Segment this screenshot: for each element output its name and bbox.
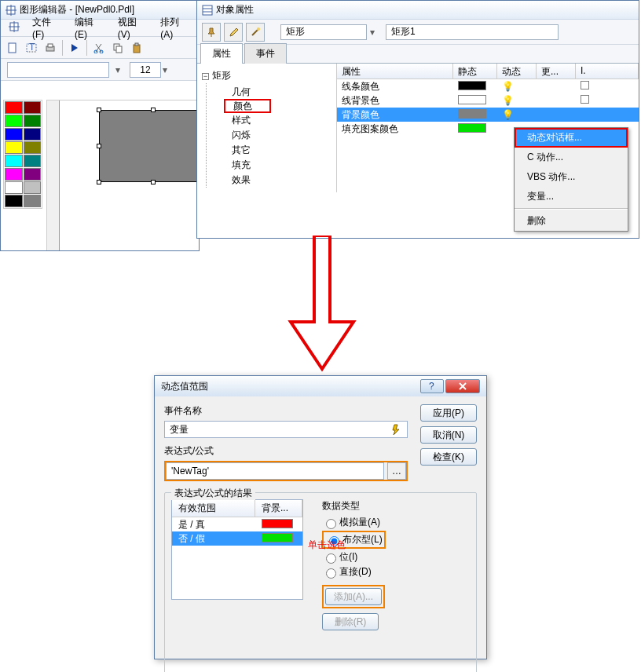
result-row-false[interactable]: 否 / 假 (172, 531, 302, 546)
resize-handle-w[interactable] (97, 144, 101, 148)
color-chip[interactable] (458, 95, 486, 104)
help-button[interactable]: ? (420, 379, 444, 393)
svg-rect-19 (135, 43, 138, 46)
swatch-black[interactable] (5, 195, 23, 207)
menu-edit[interactable]: 编辑(E) (70, 14, 110, 42)
dropper-icon[interactable] (224, 23, 243, 42)
collapse-icon[interactable]: − (202, 73, 209, 80)
col-static[interactable]: 静态 (453, 64, 497, 79)
event-name-field[interactable]: 变量 (164, 421, 408, 438)
ctx-delete[interactable]: 删除 (515, 211, 628, 231)
lightbulb-icon[interactable]: 💡 (502, 81, 514, 92)
swatch-gray[interactable] (24, 195, 42, 207)
menu-view[interactable]: 视图(V) (113, 14, 153, 42)
pin-icon[interactable] (202, 23, 221, 42)
font-combo[interactable] (7, 62, 109, 78)
object-type-field[interactable]: 矩形 (280, 24, 367, 40)
tree-item-style[interactable]: 样式 (207, 113, 331, 128)
play-icon[interactable] (66, 39, 83, 57)
cut-icon[interactable] (90, 39, 108, 57)
result-table[interactable]: 有效范围 背景... 是 / 真 否 / 假 (171, 499, 303, 600)
result-row-true[interactable]: 是 / 真 (172, 517, 302, 531)
add-button[interactable]: 添加(A)... (325, 588, 382, 605)
delete-button[interactable]: 删除(R) (322, 613, 379, 630)
col-valid-range[interactable]: 有效范围 (172, 500, 255, 517)
resize-handle-sw[interactable] (97, 180, 101, 184)
swatch-maroon[interactable] (24, 101, 42, 114)
radio-bit[interactable]: 位(I) (322, 550, 470, 564)
swatch-yellow[interactable] (5, 141, 23, 154)
cancel-button[interactable]: 取消(N) (420, 426, 477, 444)
resize-handle-s[interactable] (151, 180, 156, 184)
expression-field[interactable]: 'NewTag' (166, 462, 384, 480)
tab-properties[interactable]: 属性 (200, 43, 243, 64)
color-palette[interactable] (3, 100, 42, 209)
menu-arrange[interactable]: 排列(A) (156, 14, 196, 42)
col-bgcolor[interactable]: 背景... (255, 500, 302, 517)
swatch-cyan[interactable] (5, 155, 23, 167)
app-menu-icon[interactable] (4, 20, 24, 36)
swatch-navy[interactable] (24, 128, 42, 141)
copy-icon[interactable] (109, 39, 126, 57)
new-doc-icon[interactable] (4, 39, 21, 57)
resize-handle-n[interactable] (151, 108, 156, 112)
lightbulb-icon[interactable]: 💡 (502, 109, 514, 120)
object-name-field[interactable]: 矩形1 (386, 24, 559, 40)
editor-menubar[interactable]: 文件(F) 编辑(E) 视图(V) 排列(A) (1, 20, 199, 37)
color-chip[interactable] (458, 109, 486, 119)
swatch-magenta[interactable] (5, 168, 23, 181)
swatch-red[interactable] (5, 101, 23, 114)
checkbox-icon[interactable] (581, 95, 589, 104)
swatch-lime[interactable] (5, 115, 23, 127)
swatch-olive[interactable] (24, 141, 42, 154)
menu-file[interactable]: 文件(F) (27, 14, 67, 42)
print-icon[interactable] (42, 39, 59, 57)
table-row[interactable]: 线背景色 💡 (337, 93, 639, 108)
checkbox-icon[interactable] (581, 81, 589, 89)
check-button[interactable]: 检查(K) (420, 448, 477, 466)
tab-events[interactable]: 事件 (244, 43, 287, 64)
ctx-variable[interactable]: 变量... (515, 187, 628, 206)
tree-item-fill[interactable]: 填充 (207, 158, 331, 173)
radio-analog[interactable]: 模拟量(A) (322, 516, 470, 529)
font-size-combo[interactable]: 12 (130, 62, 161, 78)
swatch-white[interactable] (5, 181, 23, 194)
tree-item-color[interactable]: 颜色 (224, 99, 271, 113)
paste-icon[interactable] (128, 39, 145, 57)
tree-item-other[interactable]: 其它 (207, 143, 331, 158)
swatch-teal[interactable] (24, 155, 42, 167)
color-chip[interactable] (458, 123, 486, 133)
textbox-icon[interactable]: T (23, 39, 40, 57)
col-attribute[interactable]: 属性 (337, 64, 453, 79)
property-tree[interactable]: −矩形 几何 颜色 样式 闪烁 其它 填充 效果 (197, 64, 337, 192)
tree-root[interactable]: −矩形 (202, 68, 331, 83)
ctx-vbs-action[interactable]: VBS 动作... (515, 167, 628, 187)
swatch-green[interactable] (24, 115, 42, 127)
table-row-selected[interactable]: 背景颜色 💡 (337, 108, 639, 122)
radio-direct[interactable]: 直接(D) (322, 565, 470, 579)
rectangle-object[interactable] (99, 110, 199, 182)
resize-handle-nw[interactable] (97, 108, 101, 112)
color-chip[interactable] (458, 81, 486, 90)
swatch-silver[interactable] (24, 181, 42, 194)
tree-item-effect[interactable]: 效果 (207, 173, 331, 188)
ctx-c-action[interactable]: C 动作... (515, 148, 628, 167)
lightbulb-icon[interactable]: 💡 (502, 95, 514, 106)
swatch-purple[interactable] (24, 168, 42, 181)
color-chip-false[interactable] (262, 533, 293, 542)
table-row[interactable]: 线条颜色 💡 (337, 79, 639, 93)
tree-item-flash[interactable]: 闪烁 (207, 128, 331, 143)
canvas[interactable] (60, 100, 199, 250)
col-more[interactable]: 更... (537, 64, 576, 79)
close-button[interactable] (445, 379, 480, 393)
browse-expression-button[interactable]: … (387, 462, 406, 480)
col-dynamic[interactable]: 动态 (497, 64, 537, 79)
col-indirect[interactable]: I. (576, 64, 639, 79)
color-chip-true[interactable] (262, 519, 293, 528)
tree-item-geometry[interactable]: 几何 (207, 85, 331, 100)
apply-button[interactable]: 应用(P) (420, 404, 477, 422)
swatch-blue[interactable] (5, 128, 23, 141)
ctx-dynamic-dialog[interactable]: 动态对话框... (515, 128, 628, 148)
trigger-icon[interactable] (390, 423, 402, 436)
wand-icon[interactable] (246, 23, 265, 42)
